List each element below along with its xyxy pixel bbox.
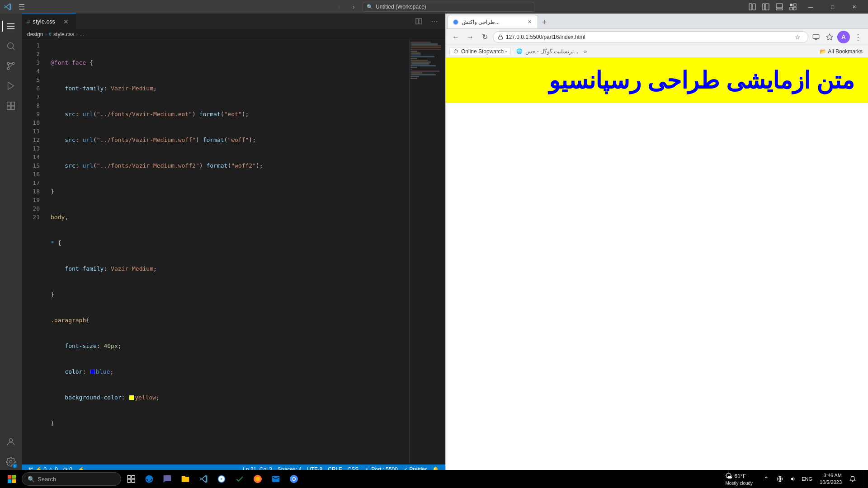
browser-forward-button[interactable]: →	[464, 31, 476, 43]
code-line-10: }	[51, 290, 409, 299]
back-button[interactable]: ‹	[334, 1, 344, 12]
taskbar-icon-edge[interactable]	[141, 471, 157, 487]
taskbar-datetime[interactable]: 3:46 AM 10/5/2023	[817, 470, 844, 488]
code-line-14: background-color: yellow;	[51, 393, 409, 402]
svg-rect-30	[12, 475, 16, 479]
taskbar-date-value: 10/5/2023	[820, 479, 842, 486]
tab-close-button[interactable]: ✕	[62, 18, 70, 26]
browser-extensions-button[interactable]	[824, 31, 835, 43]
breadcrumb-file[interactable]: style.css	[53, 31, 74, 38]
browser-profile-button[interactable]: A	[837, 31, 850, 43]
svg-marker-14	[8, 82, 14, 90]
bookmarks-more-arrow[interactable]: »	[584, 48, 587, 55]
more-tabs-button[interactable]: ⋯	[427, 17, 442, 26]
browser-back-button[interactable]: ←	[449, 31, 462, 43]
browser-address-bar[interactable]: 127.0.0.1:5500/part16/index.html ☆	[493, 31, 808, 43]
breadcrumb-more[interactable]: ...	[80, 31, 84, 38]
tray-volume-icon[interactable]	[787, 473, 800, 485]
google-translate-label: ترنسلیت گوگل - جس...	[525, 48, 578, 55]
code-line-6: }	[51, 187, 409, 196]
tab-bar: # style.css ✕ ⋯	[22, 14, 445, 29]
code-line-16	[51, 445, 409, 453]
code-line-5: src: url("../fonts/Vazir-Medium.woff2") …	[51, 161, 409, 170]
sidebar-item-source-control[interactable]	[2, 57, 20, 75]
menu-icon[interactable]: ☰	[15, 0, 28, 13]
vscode-logo-icon	[4, 3, 12, 11]
sidebar-layout-button[interactable]	[760, 0, 772, 13]
tab-label: style.css	[33, 18, 55, 25]
line-numbers: 12345 678910 1112131415 1617181920 21	[22, 39, 43, 465]
browser-tab-close-button[interactable]: ✕	[526, 19, 533, 26]
titlebar-center: ‹ › 🔍 Untitled (Workspace)	[334, 1, 534, 12]
titlebar-left: ☰	[4, 0, 28, 13]
browser-reload-button[interactable]: ↻	[478, 31, 491, 43]
code-line-13: color: blue;	[51, 367, 409, 376]
show-desktop-button[interactable]	[861, 471, 864, 487]
bookmark-star-button[interactable]: ☆	[792, 31, 803, 43]
browser-hero-section: متن ازمایشی طراحی رسپانسیو	[446, 58, 868, 103]
browser-more-button[interactable]: ⋮	[852, 31, 864, 43]
svg-rect-35	[127, 479, 131, 483]
code-line-7: body,	[51, 213, 409, 221]
forward-button[interactable]: ›	[348, 1, 359, 12]
breadcrumb: design › # style.css › ...	[22, 29, 445, 39]
split-view-button[interactable]	[412, 18, 425, 24]
code-editor[interactable]: @font-face { font-family: Vazir-Medium; …	[43, 39, 409, 465]
taskbar-icon-chat[interactable]	[159, 471, 175, 487]
start-button[interactable]	[4, 471, 20, 487]
browser-tab-active-label: طراحی واکنش...	[462, 19, 500, 25]
taskbar-icon-edge2[interactable]	[213, 471, 230, 487]
sidebar-item-search[interactable]	[2, 37, 20, 55]
svg-rect-8	[790, 7, 793, 10]
sidebar-item-run[interactable]	[2, 77, 20, 95]
tray-notifications-button[interactable]	[846, 473, 859, 485]
taskbar-search-text: Search	[38, 476, 56, 483]
split-editor-button[interactable]	[746, 0, 759, 13]
taskbar-icon-firefox[interactable]	[250, 471, 266, 487]
all-bookmarks-button[interactable]: 📂 All Bookmarks	[818, 47, 864, 56]
sidebar-item-extensions[interactable]	[2, 97, 20, 115]
breadcrumb-design[interactable]: design	[27, 31, 43, 38]
css-file-icon: #	[27, 19, 30, 24]
sidebar-item-settings[interactable]: 1	[2, 453, 20, 471]
panel-layout-button[interactable]	[773, 0, 786, 13]
browser-tab-bar: طراحی واکنش... ✕ +	[446, 14, 868, 29]
taskbar-icon-task-view[interactable]	[123, 471, 139, 487]
svg-point-11	[7, 62, 9, 65]
maximize-button[interactable]: ◻	[822, 0, 843, 14]
taskbar-icon-vscode[interactable]	[195, 471, 212, 487]
sidebar-item-explorer[interactable]	[2, 17, 20, 35]
taskbar-right: 🌤 61°F Mostly cloudy ⌃ ENG 3:46 AM 10/5/…	[722, 470, 864, 488]
taskbar-icon-todo[interactable]	[231, 471, 248, 487]
minimize-button[interactable]: —	[800, 0, 821, 14]
taskbar-icon-file-explorer[interactable]	[177, 471, 193, 487]
weather-desc: Mostly cloudy	[725, 481, 753, 486]
taskbar-search-bar[interactable]: 🔍 Search	[22, 472, 121, 486]
taskbar-weather[interactable]: 🌤 61°F Mostly cloudy	[722, 470, 756, 488]
hero-text: متن ازمایشی طراحی رسپانسیو	[459, 67, 854, 94]
svg-rect-4	[776, 4, 783, 8]
tab-style-css[interactable]: # style.css ✕	[22, 14, 76, 29]
workspace-search-bar[interactable]: 🔍 Untitled (Workspace)	[363, 2, 534, 12]
customize-layout-button[interactable]	[787, 0, 799, 13]
close-button[interactable]: ✕	[844, 0, 864, 14]
screen-cast-button[interactable]	[810, 31, 822, 43]
tray-show-hidden-button[interactable]: ⌃	[760, 473, 773, 485]
svg-point-12	[7, 67, 9, 70]
svg-rect-0	[749, 4, 752, 10]
taskbar-icon-chrome[interactable]	[286, 471, 302, 487]
sidebar-item-profile[interactable]	[2, 433, 20, 451]
browser-new-tab-button[interactable]: +	[538, 16, 551, 28]
browser-tab-active[interactable]: طراحی واکنش... ✕	[448, 15, 538, 28]
all-bookmarks-label: All Bookmarks	[828, 48, 863, 55]
tray-network-icon[interactable]	[774, 473, 786, 485]
bookmark-google-translate[interactable]: 🌐 ترنسلیت گوگل - جس...	[514, 47, 580, 56]
bookmark-stopwatch[interactable]: ⏱ Online Stopwatch -	[449, 47, 511, 56]
svg-point-41	[292, 478, 295, 480]
taskbar-search-icon: 🔍	[28, 476, 35, 483]
taskbar-icon-mail[interactable]	[268, 471, 284, 487]
color-swatch-yellow	[129, 395, 134, 400]
tray-keyboard-icon[interactable]: ENG	[801, 473, 813, 485]
editor-content[interactable]: 12345 678910 1112131415 1617181920 21 @f…	[22, 39, 445, 465]
editor-area: # style.css ✕ ⋯ design › # style.css › .…	[22, 14, 445, 474]
